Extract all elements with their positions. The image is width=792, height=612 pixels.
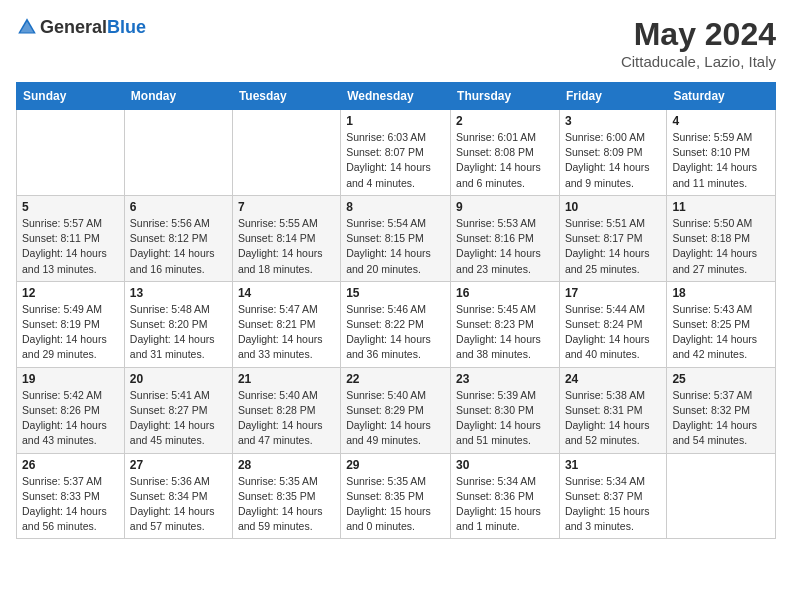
table-row: 23 Sunrise: 5:39 AMSunset: 8:30 PMDaylig… (451, 367, 560, 453)
table-row: 20 Sunrise: 5:41 AMSunset: 8:27 PMDaylig… (124, 367, 232, 453)
table-row: 27 Sunrise: 5:36 AMSunset: 8:34 PMDaylig… (124, 453, 232, 539)
day-number: 16 (456, 286, 554, 300)
day-number: 27 (130, 458, 227, 472)
col-wednesday: Wednesday (341, 83, 451, 110)
table-row: 5 Sunrise: 5:57 AMSunset: 8:11 PMDayligh… (17, 195, 125, 281)
table-row: 15 Sunrise: 5:46 AMSunset: 8:22 PMDaylig… (341, 281, 451, 367)
table-row: 9 Sunrise: 5:53 AMSunset: 8:16 PMDayligh… (451, 195, 560, 281)
day-info: Sunrise: 6:00 AMSunset: 8:09 PMDaylight:… (565, 130, 661, 191)
generalblue-logo-icon (16, 16, 38, 38)
table-row: 25 Sunrise: 5:37 AMSunset: 8:32 PMDaylig… (667, 367, 776, 453)
day-info: Sunrise: 5:54 AMSunset: 8:15 PMDaylight:… (346, 216, 445, 277)
day-info: Sunrise: 5:39 AMSunset: 8:30 PMDaylight:… (456, 388, 554, 449)
table-row: 28 Sunrise: 5:35 AMSunset: 8:35 PMDaylig… (232, 453, 340, 539)
table-row: 18 Sunrise: 5:43 AMSunset: 8:25 PMDaylig… (667, 281, 776, 367)
table-row (124, 110, 232, 196)
day-info: Sunrise: 5:41 AMSunset: 8:27 PMDaylight:… (130, 388, 227, 449)
table-row: 22 Sunrise: 5:40 AMSunset: 8:29 PMDaylig… (341, 367, 451, 453)
day-info: Sunrise: 5:34 AMSunset: 8:36 PMDaylight:… (456, 474, 554, 535)
table-row: 14 Sunrise: 5:47 AMSunset: 8:21 PMDaylig… (232, 281, 340, 367)
day-number: 26 (22, 458, 119, 472)
day-number: 28 (238, 458, 335, 472)
month-year-title: May 2024 (621, 16, 776, 53)
day-number: 19 (22, 372, 119, 386)
day-number: 14 (238, 286, 335, 300)
title-block: May 2024 Cittaducale, Lazio, Italy (621, 16, 776, 70)
calendar-week-5: 26 Sunrise: 5:37 AMSunset: 8:33 PMDaylig… (17, 453, 776, 539)
day-number: 20 (130, 372, 227, 386)
day-number: 8 (346, 200, 445, 214)
day-info: Sunrise: 5:43 AMSunset: 8:25 PMDaylight:… (672, 302, 770, 363)
table-row: 4 Sunrise: 5:59 AMSunset: 8:10 PMDayligh… (667, 110, 776, 196)
table-row: 31 Sunrise: 5:34 AMSunset: 8:37 PMDaylig… (559, 453, 666, 539)
day-info: Sunrise: 5:56 AMSunset: 8:12 PMDaylight:… (130, 216, 227, 277)
day-info: Sunrise: 6:01 AMSunset: 8:08 PMDaylight:… (456, 130, 554, 191)
calendar-week-4: 19 Sunrise: 5:42 AMSunset: 8:26 PMDaylig… (17, 367, 776, 453)
day-number: 12 (22, 286, 119, 300)
day-number: 25 (672, 372, 770, 386)
day-number: 2 (456, 114, 554, 128)
day-info: Sunrise: 6:03 AMSunset: 8:07 PMDaylight:… (346, 130, 445, 191)
col-monday: Monday (124, 83, 232, 110)
day-number: 4 (672, 114, 770, 128)
table-row: 29 Sunrise: 5:35 AMSunset: 8:35 PMDaylig… (341, 453, 451, 539)
day-number: 11 (672, 200, 770, 214)
day-info: Sunrise: 5:37 AMSunset: 8:33 PMDaylight:… (22, 474, 119, 535)
logo-text: GeneralBlue (40, 17, 146, 38)
table-row: 17 Sunrise: 5:44 AMSunset: 8:24 PMDaylig… (559, 281, 666, 367)
table-row: 7 Sunrise: 5:55 AMSunset: 8:14 PMDayligh… (232, 195, 340, 281)
col-friday: Friday (559, 83, 666, 110)
calendar-week-2: 5 Sunrise: 5:57 AMSunset: 8:11 PMDayligh… (17, 195, 776, 281)
col-saturday: Saturday (667, 83, 776, 110)
day-info: Sunrise: 5:49 AMSunset: 8:19 PMDaylight:… (22, 302, 119, 363)
day-info: Sunrise: 5:59 AMSunset: 8:10 PMDaylight:… (672, 130, 770, 191)
table-row: 2 Sunrise: 6:01 AMSunset: 8:08 PMDayligh… (451, 110, 560, 196)
day-info: Sunrise: 5:57 AMSunset: 8:11 PMDaylight:… (22, 216, 119, 277)
table-row: 1 Sunrise: 6:03 AMSunset: 8:07 PMDayligh… (341, 110, 451, 196)
day-number: 6 (130, 200, 227, 214)
table-row: 8 Sunrise: 5:54 AMSunset: 8:15 PMDayligh… (341, 195, 451, 281)
day-number: 15 (346, 286, 445, 300)
day-number: 29 (346, 458, 445, 472)
day-info: Sunrise: 5:50 AMSunset: 8:18 PMDaylight:… (672, 216, 770, 277)
col-sunday: Sunday (17, 83, 125, 110)
day-number: 9 (456, 200, 554, 214)
day-number: 1 (346, 114, 445, 128)
table-row: 12 Sunrise: 5:49 AMSunset: 8:19 PMDaylig… (17, 281, 125, 367)
location-subtitle: Cittaducale, Lazio, Italy (621, 53, 776, 70)
table-row (232, 110, 340, 196)
day-number: 31 (565, 458, 661, 472)
day-info: Sunrise: 5:55 AMSunset: 8:14 PMDaylight:… (238, 216, 335, 277)
day-info: Sunrise: 5:45 AMSunset: 8:23 PMDaylight:… (456, 302, 554, 363)
table-row: 13 Sunrise: 5:48 AMSunset: 8:20 PMDaylig… (124, 281, 232, 367)
table-row: 19 Sunrise: 5:42 AMSunset: 8:26 PMDaylig… (17, 367, 125, 453)
day-number: 21 (238, 372, 335, 386)
table-row: 6 Sunrise: 5:56 AMSunset: 8:12 PMDayligh… (124, 195, 232, 281)
day-number: 18 (672, 286, 770, 300)
calendar-header-row: Sunday Monday Tuesday Wednesday Thursday… (17, 83, 776, 110)
day-number: 17 (565, 286, 661, 300)
page-header: GeneralBlue May 2024 Cittaducale, Lazio,… (16, 16, 776, 70)
day-info: Sunrise: 5:40 AMSunset: 8:29 PMDaylight:… (346, 388, 445, 449)
day-info: Sunrise: 5:51 AMSunset: 8:17 PMDaylight:… (565, 216, 661, 277)
calendar-week-3: 12 Sunrise: 5:49 AMSunset: 8:19 PMDaylig… (17, 281, 776, 367)
day-info: Sunrise: 5:36 AMSunset: 8:34 PMDaylight:… (130, 474, 227, 535)
day-number: 10 (565, 200, 661, 214)
calendar-week-1: 1 Sunrise: 6:03 AMSunset: 8:07 PMDayligh… (17, 110, 776, 196)
logo: GeneralBlue (16, 16, 146, 38)
table-row: 11 Sunrise: 5:50 AMSunset: 8:18 PMDaylig… (667, 195, 776, 281)
day-info: Sunrise: 5:42 AMSunset: 8:26 PMDaylight:… (22, 388, 119, 449)
day-info: Sunrise: 5:46 AMSunset: 8:22 PMDaylight:… (346, 302, 445, 363)
col-tuesday: Tuesday (232, 83, 340, 110)
table-row (17, 110, 125, 196)
day-info: Sunrise: 5:38 AMSunset: 8:31 PMDaylight:… (565, 388, 661, 449)
col-thursday: Thursday (451, 83, 560, 110)
day-info: Sunrise: 5:44 AMSunset: 8:24 PMDaylight:… (565, 302, 661, 363)
day-number: 22 (346, 372, 445, 386)
table-row: 3 Sunrise: 6:00 AMSunset: 8:09 PMDayligh… (559, 110, 666, 196)
day-info: Sunrise: 5:53 AMSunset: 8:16 PMDaylight:… (456, 216, 554, 277)
table-row: 16 Sunrise: 5:45 AMSunset: 8:23 PMDaylig… (451, 281, 560, 367)
day-number: 24 (565, 372, 661, 386)
day-info: Sunrise: 5:37 AMSunset: 8:32 PMDaylight:… (672, 388, 770, 449)
table-row: 10 Sunrise: 5:51 AMSunset: 8:17 PMDaylig… (559, 195, 666, 281)
